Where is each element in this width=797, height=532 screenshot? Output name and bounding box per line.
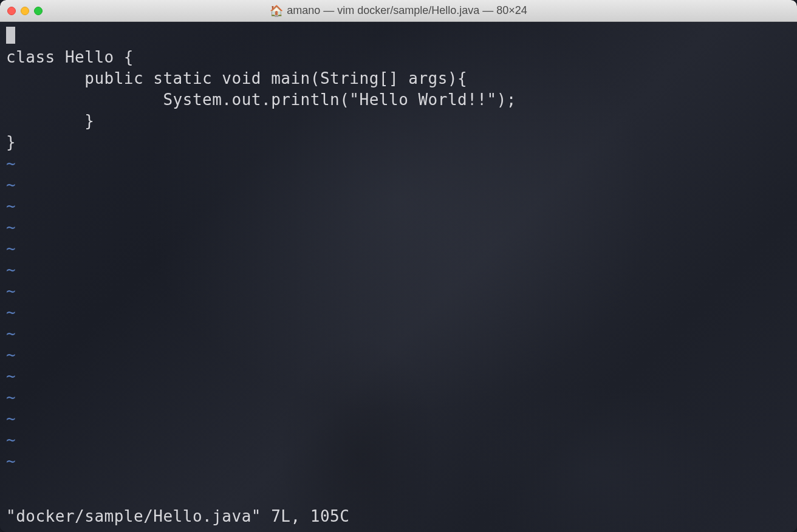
empty-line-tilde: ~ <box>6 217 791 238</box>
empty-line-tilde: ~ <box>6 451 791 472</box>
code-line: System.out.println("Hello World!!"); <box>6 89 791 111</box>
code-line: } <box>6 111 791 132</box>
code-line: public static void main(String[] args){ <box>6 68 791 89</box>
terminal-editor[interactable]: class Hello { public static void main(St… <box>0 22 797 532</box>
empty-line-tilde: ~ <box>6 302 791 323</box>
empty-line-tilde: ~ <box>6 387 791 408</box>
empty-line-tilde: ~ <box>6 344 791 366</box>
empty-lines: ~~~~~~~~~~~~~~~ <box>6 153 791 472</box>
close-button[interactable] <box>7 7 16 15</box>
traffic-lights <box>7 7 43 15</box>
minimize-button[interactable] <box>21 7 29 15</box>
empty-line-tilde: ~ <box>6 429 791 451</box>
empty-line-tilde: ~ <box>6 196 791 217</box>
empty-line-tilde: ~ <box>6 366 791 387</box>
title-container: 🏠 amano — vim docker/sample/Hello.java —… <box>0 4 797 17</box>
window-title: amano — vim docker/sample/Hello.java — 8… <box>287 4 527 17</box>
home-icon: 🏠 <box>270 4 283 17</box>
empty-line-tilde: ~ <box>6 281 791 302</box>
code-line: } <box>6 132 791 153</box>
empty-line-tilde: ~ <box>6 408 791 429</box>
empty-line-tilde: ~ <box>6 174 791 196</box>
empty-line-tilde: ~ <box>6 153 791 174</box>
zoom-button[interactable] <box>34 7 43 15</box>
window-titlebar: 🏠 amano — vim docker/sample/Hello.java —… <box>0 0 797 22</box>
cursor-block <box>6 27 15 44</box>
empty-line-tilde: ~ <box>6 238 791 259</box>
empty-line-tilde: ~ <box>6 323 791 344</box>
empty-line-tilde: ~ <box>6 259 791 281</box>
cursor-line <box>6 26 791 47</box>
code-line: class Hello { <box>6 47 791 68</box>
vim-status-line: "docker/sample/Hello.java" 7L, 105C <box>6 506 349 527</box>
